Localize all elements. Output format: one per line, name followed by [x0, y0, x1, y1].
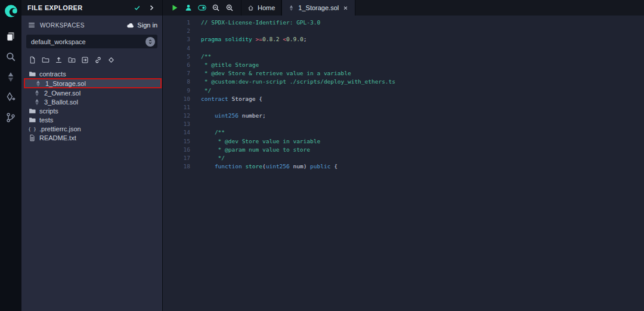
code-line-10: contract Storage {: [201, 95, 644, 103]
editor-toolbar: [163, 0, 241, 16]
folder-icon: [29, 70, 36, 78]
create-new-file-icon: [29, 56, 36, 64]
home-icon: [247, 5, 254, 11]
tree-item-3_Ballot.sol[interactable]: 3_Ballot.sol: [21, 97, 162, 106]
upload-folder-button[interactable]: [68, 56, 76, 64]
copilot-toggle-icon: [198, 4, 206, 12]
activity-git[interactable]: [0, 107, 21, 128]
activity-search[interactable]: [0, 47, 21, 67]
solidity-icon: [288, 5, 295, 11]
activity-file-explorer[interactable]: [0, 26, 21, 47]
tree-item-2_Owner.sol[interactable]: 2_Owner.sol: [21, 88, 162, 97]
deploy-and-run-icon: [5, 92, 16, 103]
zoom-in-icon: [225, 4, 234, 12]
code-editor[interactable]: 123456789101112131415161718 // SPDX-Lice…: [163, 16, 644, 311]
code-line-1: // SPDX-License-Identifier: GPL-3.0: [201, 19, 644, 27]
line-number: 1: [163, 19, 190, 27]
ai-assistant-button[interactable]: [184, 4, 193, 12]
svg-text:{ }: { }: [29, 127, 36, 132]
line-number: 14: [163, 128, 190, 137]
code-line-12: uint256 number;: [201, 112, 644, 120]
line-number: 7: [163, 69, 190, 78]
line-number: 17: [163, 154, 190, 162]
solidity-icon: [35, 80, 42, 87]
file-toolbar: [21, 48, 162, 69]
tree-item-label: contracts: [39, 70, 66, 78]
cloud-icon: [126, 21, 134, 29]
create-new-folder-button[interactable]: [42, 56, 49, 64]
check-icon[interactable]: [134, 4, 141, 11]
json-icon: { }: [29, 125, 36, 133]
code-line-2: [201, 27, 644, 35]
tree-item-scripts[interactable]: scripts: [21, 106, 162, 115]
code-line-6: * @title Storage: [201, 61, 644, 69]
upload-files-button[interactable]: [55, 56, 63, 64]
activity-bar: [0, 0, 21, 311]
line-number: 18: [163, 162, 190, 171]
chevron-right-icon[interactable]: [148, 4, 155, 11]
hamburger-menu-icon[interactable]: [27, 21, 36, 29]
import-from-url-button[interactable]: [81, 56, 89, 64]
activity-solidity-compiler[interactable]: [0, 67, 21, 87]
tree-item-label: README.txt: [39, 134, 76, 141]
link-workspace-icon: [94, 56, 102, 64]
activity-deploy-and-run[interactable]: [0, 87, 21, 107]
load-gist-button[interactable]: [107, 56, 115, 64]
tab-label: 1_Storage.sol: [298, 4, 339, 11]
import-from-url-icon: [81, 56, 89, 64]
workspace-select[interactable]: default_workspace: [26, 35, 157, 48]
line-number: 10: [163, 95, 190, 103]
remix-logo-icon: [3, 3, 19, 19]
tab-label: Home: [258, 4, 275, 11]
solidity-icon: [33, 98, 41, 106]
search-icon: [5, 51, 16, 62]
line-number: 13: [163, 120, 190, 128]
panel-header: FILE EXPLORER: [21, 0, 162, 16]
run-script-button[interactable]: [171, 4, 179, 12]
create-new-file-button[interactable]: [29, 56, 36, 64]
ai-assistant-icon: [184, 4, 193, 12]
folder-icon: [29, 116, 36, 124]
code-content: // SPDX-License-Identifier: GPL-3.0pragm…: [190, 16, 644, 311]
line-number: 4: [163, 44, 190, 53]
tree-item-.prettierrc.json[interactable]: { }.prettierrc.json: [21, 124, 162, 133]
sign-in-button[interactable]: Sign in: [126, 21, 157, 29]
tree-item-README.txt[interactable]: README.txt: [21, 133, 162, 142]
load-gist-icon: [107, 56, 115, 64]
tab-1_Storage.sol[interactable]: 1_Storage.sol: [281, 0, 355, 16]
solidity-icon: [33, 90, 41, 97]
tree-item-label: 2_Owner.sol: [44, 90, 80, 97]
tab-Home[interactable]: Home: [241, 0, 281, 16]
code-line-4: [201, 44, 644, 53]
workspace-select-updown-icon[interactable]: [145, 37, 155, 47]
line-number: 8: [163, 78, 190, 86]
code-line-7: * @dev Store & retrieve value in a varia…: [201, 69, 644, 78]
tab-close-icon[interactable]: [342, 5, 349, 11]
workspaces-label: WORKSPACES: [40, 22, 122, 29]
copilot-toggle-button[interactable]: [198, 4, 206, 12]
code-line-11: [201, 103, 644, 112]
tree-item-contracts[interactable]: contracts: [21, 69, 162, 78]
line-number: 3: [163, 35, 190, 44]
solidity-compiler-icon: [5, 72, 16, 82]
file-icon: [29, 134, 36, 141]
zoom-in-button[interactable]: [225, 4, 234, 12]
git-icon: [5, 112, 16, 123]
line-number: 16: [163, 146, 190, 154]
activity-remix-logo[interactable]: [0, 0, 21, 21]
code-line-13: [201, 120, 644, 128]
code-line-8: * @custom:dev-run-script ./scripts/deplo…: [201, 78, 644, 86]
line-number: 9: [163, 87, 190, 95]
tree-item-tests[interactable]: tests: [21, 115, 162, 124]
link-workspace-button[interactable]: [94, 56, 102, 64]
code-line-15: * @dev Store value in variable: [201, 137, 644, 146]
code-line-9: */: [201, 87, 644, 95]
folder-icon: [29, 107, 36, 115]
file-explorer-icon: [5, 31, 16, 42]
line-number: 12: [163, 112, 190, 120]
zoom-out-button[interactable]: [212, 4, 220, 12]
tree-item-1_Storage.sol[interactable]: 1_Storage.sol: [24, 78, 162, 88]
editor-area: Home1_Storage.sol 1234567891011121314151…: [163, 0, 644, 311]
upload-folder-icon: [68, 56, 76, 64]
code-line-3: pragma solidity >=0.8.2 <0.9.0;: [201, 35, 644, 44]
